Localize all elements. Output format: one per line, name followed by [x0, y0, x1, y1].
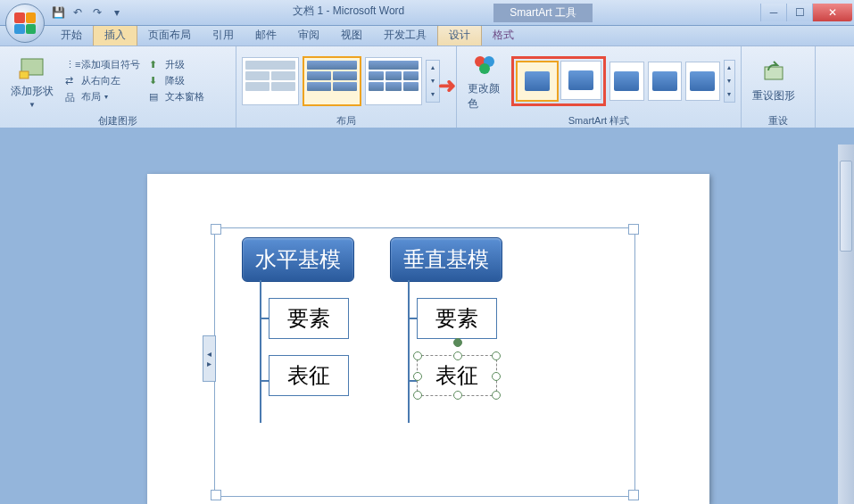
sel-handle[interactable]	[413, 351, 422, 360]
tree-1: 水平基模 要素 表征	[242, 237, 354, 396]
titlebar: 💾 ↶ ↷ ▾ 文档 1 - Microsoft Word SmartArt 工…	[0, 0, 854, 26]
add-shape-button[interactable]: 添加形状 ▼	[5, 52, 59, 111]
layout-option-3[interactable]	[365, 57, 422, 105]
style-option-4[interactable]	[648, 62, 683, 101]
tab-home[interactable]: 开始	[50, 25, 93, 45]
group-layout: ▴▾▾ 布局	[236, 46, 457, 128]
close-button[interactable]: ✕	[812, 4, 852, 21]
qat-dropdown-icon[interactable]: ▾	[109, 4, 125, 21]
bullet-icon: ⋮≡	[65, 59, 78, 71]
sel-handle[interactable]	[492, 372, 501, 381]
group-reset: 重设图形 重设	[742, 46, 816, 128]
group-reset-label: 重设	[747, 113, 809, 128]
group-layout-label: 布局	[242, 113, 451, 128]
resize-handle-sw[interactable]	[211, 490, 221, 500]
resize-handle-se[interactable]	[628, 490, 639, 500]
chevron-left-icon: ◂	[207, 349, 211, 359]
context-tool-title: SmartArt 工具	[493, 4, 593, 22]
rtl-button[interactable]: ⇄从右向左	[62, 73, 143, 88]
style-option-5[interactable]	[685, 62, 720, 101]
sel-handle[interactable]	[492, 351, 501, 360]
sel-handle[interactable]	[453, 351, 462, 360]
node-child-2b-selected[interactable]: 表征	[417, 355, 497, 396]
style-highlight-annotation	[511, 56, 606, 106]
add-bullet-button[interactable]: ⋮≡添加项目符号	[62, 57, 143, 72]
sel-handle[interactable]	[413, 391, 422, 400]
promote-icon: ⬆	[149, 59, 162, 71]
node-top-1[interactable]: 水平基模	[242, 237, 354, 282]
tab-design[interactable]: 设计	[437, 24, 482, 45]
page[interactable]: ◂▸ 水平基模 要素 表征 垂直基模 要素 表征	[147, 174, 709, 504]
tab-review[interactable]: 审阅	[287, 25, 330, 45]
quick-access-toolbar: 💾 ↶ ↷ ▾	[50, 4, 125, 21]
rtl-icon: ⇄	[65, 75, 78, 87]
change-colors-button[interactable]: 更改颜色	[462, 49, 508, 113]
office-logo-icon	[14, 12, 36, 34]
style-option-1[interactable]	[516, 61, 559, 102]
node-child-2a[interactable]: 要素	[417, 298, 497, 339]
demote-button[interactable]: ⬇降级	[146, 73, 207, 88]
resize-handle-ne[interactable]	[628, 224, 639, 235]
textpane-toggle[interactable]: ◂▸	[203, 335, 216, 382]
scrollbar-thumb[interactable]	[840, 161, 852, 252]
connector-h	[260, 318, 269, 319]
minimize-button[interactable]: ─	[760, 4, 786, 21]
style-option-2[interactable]	[560, 61, 601, 100]
style-gallery-expand[interactable]: ▴▾▾	[724, 60, 735, 103]
change-colors-icon	[471, 51, 500, 79]
connector-v	[260, 280, 261, 423]
office-button[interactable]	[5, 4, 45, 43]
layout-button[interactable]: 品布局 ▾	[62, 89, 143, 104]
svg-point-4	[479, 63, 490, 74]
reset-graphic-button[interactable]: 重设图形	[747, 56, 800, 105]
tab-developer[interactable]: 开发工具	[373, 25, 437, 45]
tab-pagelayout[interactable]: 页面布局	[137, 25, 202, 45]
window-title: 文档 1 - Microsoft Word	[293, 4, 404, 22]
group-create-graphic: 添加形状 ▼ ⋮≡添加项目符号 ⇄从右向左 品布局 ▾ ⬆升级 ⬇降级 ▤文本窗…	[0, 46, 236, 128]
sel-handle[interactable]	[413, 372, 422, 381]
layout-icon: 品	[65, 91, 78, 103]
tab-mailings[interactable]: 邮件	[245, 25, 287, 45]
group-style-label: SmartArt 样式	[462, 113, 735, 128]
smartart-container[interactable]: ◂▸ 水平基模 要素 表征 垂直基模 要素 表征	[214, 227, 635, 497]
demote-icon: ⬇	[149, 75, 162, 87]
group-smartart-styles: 更改颜色 ▴▾▾ SmartArt 样式	[457, 46, 742, 128]
chevron-right-icon: ▸	[207, 359, 211, 368]
textpane-icon: ▤	[149, 91, 162, 103]
rotate-handle[interactable]	[453, 338, 462, 347]
maximize-button[interactable]: ☐	[786, 4, 812, 21]
tab-references[interactable]: 引用	[202, 25, 245, 45]
smartart-diagram: 水平基模 要素 表征 垂直基模 要素 表征	[242, 237, 502, 396]
node-child-1a[interactable]: 要素	[269, 298, 349, 339]
group-create-label: 创建图形	[5, 113, 230, 128]
add-shape-label: 添加形状	[11, 84, 54, 99]
tab-insert[interactable]: 插入	[93, 24, 137, 45]
style-option-3[interactable]	[609, 62, 644, 101]
resize-handle-nw[interactable]	[211, 224, 221, 235]
tab-view[interactable]: 视图	[330, 25, 373, 45]
layout-option-2[interactable]	[303, 56, 361, 106]
annotation-arrow-icon: ➜	[438, 73, 456, 98]
dropdown-icon: ▼	[29, 101, 36, 109]
sel-handle[interactable]	[492, 391, 501, 400]
ribbon-tabs: 开始 插入 页面布局 引用 邮件 审阅 视图 开发工具 设计 格式	[0, 26, 854, 46]
node-child-1b[interactable]: 表征	[269, 355, 349, 396]
tab-format[interactable]: 格式	[482, 25, 525, 45]
vertical-scrollbar[interactable]	[838, 145, 854, 504]
sel-handle[interactable]	[453, 391, 462, 400]
undo-icon[interactable]: ↶	[70, 4, 86, 21]
tree-2: 垂直基模 要素 表征	[390, 237, 502, 396]
connector-v	[408, 280, 410, 423]
add-shape-icon	[18, 54, 46, 82]
reset-icon	[759, 58, 788, 87]
redo-icon[interactable]: ↷	[89, 4, 105, 21]
svg-rect-1	[20, 71, 29, 78]
save-icon[interactable]: 💾	[50, 4, 66, 21]
textpane-button[interactable]: ▤文本窗格	[146, 89, 207, 104]
change-colors-label: 更改颜色	[468, 81, 502, 112]
layout-option-1[interactable]	[242, 57, 299, 105]
node-top-2[interactable]: 垂直基模	[390, 237, 502, 282]
connector-h	[260, 380, 269, 382]
promote-button[interactable]: ⬆升级	[146, 57, 207, 72]
reset-label: 重设图形	[752, 88, 795, 103]
